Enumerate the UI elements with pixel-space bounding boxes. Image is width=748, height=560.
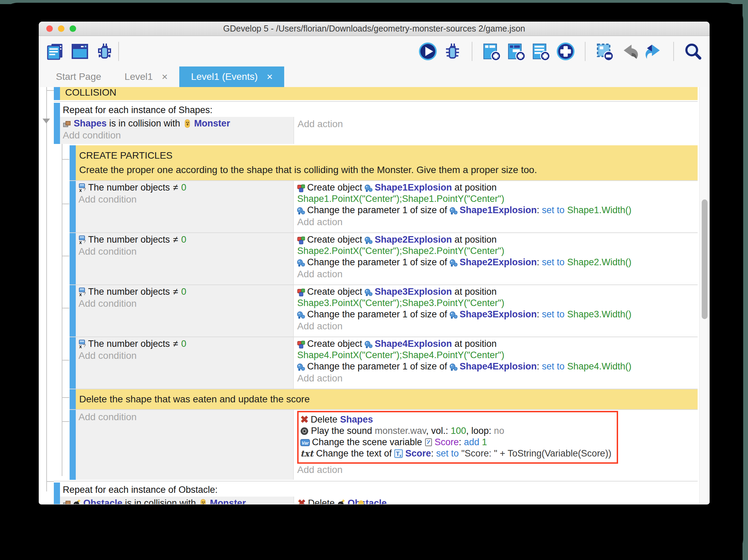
action-position-expression[interactable]: Shape3.PointX("Center");Shape3.PointY("C… xyxy=(297,297,698,309)
action-create-object[interactable]: Create object Shape1Explosion at positio… xyxy=(297,182,698,193)
add-action-link[interactable]: Add action xyxy=(297,372,698,384)
add-condition-link[interactable]: Add condition xyxy=(79,193,293,205)
add-action-link[interactable]: Add action xyxy=(297,268,698,280)
tab-level1-events[interactable]: Level1 (Events) × xyxy=(179,66,284,87)
svg-text:x: x xyxy=(79,187,82,192)
action-play-sound[interactable]: Play the sound monster.wav, vol.: 100, l… xyxy=(300,425,611,437)
add-subevent-icon[interactable] xyxy=(507,42,526,61)
redo-icon[interactable] xyxy=(644,42,664,61)
comment-description: Create the proper one according to the s… xyxy=(79,164,698,176)
actions-cell[interactable]: Create object Shape3Explosion at positio… xyxy=(294,285,698,337)
add-action-link[interactable]: Add action xyxy=(297,216,698,228)
debugger-icon[interactable] xyxy=(95,42,114,61)
close-window-button[interactable] xyxy=(46,25,53,32)
condition-collision[interactable]: Shapes is in collision with Monster xyxy=(63,118,293,129)
action-change-text[interactable]: txtChange the text of TxScore: set to "S… xyxy=(300,448,611,459)
actions-cell[interactable]: ✖Delete Shapes Play the sound monster.wa… xyxy=(294,410,698,480)
actions-cell[interactable]: Create object Shape2Explosion at positio… xyxy=(294,233,698,284)
event-update-score[interactable]: Add condition ✖Delete Shapes Play the so… xyxy=(70,409,698,480)
undo-icon[interactable] xyxy=(620,42,639,61)
event-shape4[interactable]: x?The number objects≠0 Add condition Cre… xyxy=(70,337,698,389)
event-shape1[interactable]: x?The number objects≠0 Add condition Cre… xyxy=(70,180,698,232)
add-condition-link[interactable]: Add condition xyxy=(79,350,293,362)
repeat-event-header[interactable]: Repeat for each instance of Obstacle: xyxy=(60,483,698,497)
action-change-size[interactable]: Change the parameter 1 of size of Shape1… xyxy=(297,205,698,216)
add-more-icon[interactable] xyxy=(556,42,575,61)
add-condition-link[interactable]: Add condition xyxy=(79,245,293,257)
conditions-cell[interactable]: x?The number objects≠0 Add condition xyxy=(76,337,294,389)
event-repeat-obstacle[interactable]: Repeat for each instance of Obstacle: Ob… xyxy=(54,483,698,504)
conditions-cell[interactable]: x?The number objects≠0 Add condition xyxy=(76,181,294,232)
add-condition-link[interactable]: Add condition xyxy=(79,297,293,309)
actions-cell[interactable]: Add action xyxy=(294,117,698,144)
svg-text:?: ? xyxy=(83,239,86,244)
conditions-cell[interactable]: Shapes is in collision with Monster Add … xyxy=(60,117,294,144)
delete-x-icon: ✖ xyxy=(300,414,309,425)
event-left-bar xyxy=(70,181,76,232)
action-change-size[interactable]: Change the parameter 1 of size of Shape2… xyxy=(297,257,698,268)
action-position-expression[interactable]: Shape4.PointX("Center");Shape4.PointY("C… xyxy=(297,350,698,361)
maximize-window-button[interactable] xyxy=(70,25,76,32)
conditions-cell[interactable]: x?The number objects≠0 Add condition xyxy=(76,285,294,337)
condition-number-objects[interactable]: x?The number objects≠0 xyxy=(79,234,293,245)
event-repeat-shapes[interactable]: Repeat for each instance of Shapes: Shap… xyxy=(54,103,698,144)
minimize-window-button[interactable] xyxy=(58,25,64,32)
action-create-object[interactable]: Create object Shape2Explosion at positio… xyxy=(297,234,698,245)
action-change-size[interactable]: Change the parameter 1 of size of Shape4… xyxy=(297,361,698,372)
action-position-expression[interactable]: Shape1.PointX("Center");Shape1.PointY("C… xyxy=(297,193,698,205)
event-shape3[interactable]: x?The number objects≠0 Add condition Cre… xyxy=(70,284,698,337)
condition-number-objects[interactable]: x?The number objects≠0 xyxy=(79,182,293,193)
tab-start-page[interactable]: Start Page xyxy=(44,66,113,87)
comment-delete-shape[interactable]: Delete the shape that was eaten and upda… xyxy=(70,389,698,409)
conditions-cell[interactable]: x?The number objects≠0 Add condition xyxy=(76,233,294,284)
play-preview-icon[interactable] xyxy=(418,42,437,61)
vertical-scrollbar[interactable] xyxy=(699,87,710,504)
action-create-object[interactable]: Create object Shape3Explosion at positio… xyxy=(297,286,698,297)
close-tab-icon[interactable]: × xyxy=(267,71,273,83)
condition-number-objects[interactable]: x?The number objects≠0 xyxy=(79,338,293,350)
actions-cell[interactable]: ✖Delete Obstacle xyxy=(294,497,698,504)
actions-cell[interactable]: Create object Shape1Explosion at positio… xyxy=(294,181,698,232)
events-sheet-icon[interactable] xyxy=(46,42,65,61)
scene-editor-icon[interactable] xyxy=(70,42,89,61)
scrollbar-thumb[interactable] xyxy=(702,199,708,319)
text-object-icon: Tx xyxy=(394,449,403,458)
clipped-icon-sliver xyxy=(358,500,364,504)
comment-title: CREATE PARTICLES xyxy=(79,150,698,161)
tab-label: Level1 (Events) xyxy=(191,71,258,82)
condition-number-objects[interactable]: x?The number objects≠0 xyxy=(79,286,293,297)
close-tab-icon[interactable]: × xyxy=(162,71,168,83)
add-condition-link[interactable]: Add condition xyxy=(79,411,293,423)
event-left-bar xyxy=(54,87,60,100)
action-position-expression[interactable]: Shape2.PointX("Center");Shape2.PointY("C… xyxy=(297,245,698,257)
comment-collision[interactable]: COLLISION xyxy=(54,87,698,100)
add-action-link[interactable]: Add action xyxy=(297,320,698,332)
conditions-cell[interactable]: Add condition xyxy=(76,410,294,480)
action-change-scene-variable[interactable]: VarChange the scene variable Score: add … xyxy=(300,437,611,448)
conditions-cell[interactable]: Obstacle is in collision with Monster xyxy=(60,497,294,504)
svg-text:x: x xyxy=(79,240,82,244)
add-action-link[interactable]: Add action xyxy=(297,464,698,476)
comment-create-particles[interactable]: CREATE PARTICLES Create the proper one a… xyxy=(70,145,698,180)
condition-collision[interactable]: Obstacle is in collision with Monster xyxy=(63,498,293,504)
deselect-all-icon[interactable] xyxy=(595,42,614,61)
action-create-object[interactable]: Create object Shape4Explosion at positio… xyxy=(297,338,698,350)
event-shape2[interactable]: x?The number objects≠0 Add condition Cre… xyxy=(70,232,698,284)
debug-preview-icon[interactable] xyxy=(443,42,462,61)
add-action-link[interactable]: Add action xyxy=(298,118,698,130)
event-left-bar xyxy=(70,145,76,180)
text-action-icon: txt xyxy=(300,449,313,459)
actions-cell[interactable]: Create object Shape4Explosion at positio… xyxy=(294,337,698,389)
selected-actions-outline[interactable]: ✖Delete Shapes Play the sound monster.wa… xyxy=(297,411,618,464)
toolbar-divider xyxy=(472,42,472,61)
action-change-size[interactable]: Change the parameter 1 of size of Shape3… xyxy=(297,309,698,320)
search-icon[interactable] xyxy=(684,42,703,61)
action-delete-shapes[interactable]: ✖Delete Shapes xyxy=(300,414,611,425)
repeat-event-header[interactable]: Repeat for each instance of Shapes: xyxy=(60,103,698,117)
add-event-icon[interactable] xyxy=(482,42,501,61)
tab-level1-scene[interactable]: Level1 × xyxy=(113,66,179,87)
action-delete-obstacle[interactable]: ✖Delete Obstacle xyxy=(298,498,698,504)
add-comment-icon[interactable] xyxy=(531,42,551,61)
add-condition-link[interactable]: Add condition xyxy=(63,129,293,141)
collapse-event-icon[interactable] xyxy=(43,119,50,123)
